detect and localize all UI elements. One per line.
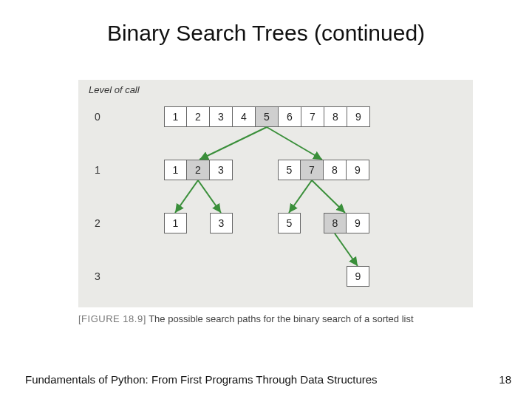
- cell-mid: 7: [301, 160, 324, 180]
- cell: 9: [347, 213, 369, 233]
- cell: 3: [210, 106, 233, 127]
- cell: 6: [279, 106, 301, 127]
- row-label: 0: [95, 111, 100, 123]
- svg-line-3: [198, 180, 221, 213]
- cell-mid: 2: [187, 160, 210, 180]
- cell-group: 5 7 8 9: [278, 160, 369, 180]
- cell: 1: [164, 160, 187, 180]
- figure-caption: [FIGURE 18.9] The possible search paths …: [78, 313, 414, 324]
- cell-group: 1 2 3: [164, 160, 233, 180]
- footer-text: Fundamentals of Python: From First Progr…: [25, 373, 378, 386]
- page-number: 18: [499, 373, 511, 386]
- cell: 3: [210, 160, 233, 180]
- slide: Binary Search Trees (continued) Level of…: [0, 0, 532, 399]
- svg-line-2: [175, 180, 198, 213]
- cell: 2: [187, 106, 210, 127]
- row-label: 3: [95, 270, 100, 282]
- cell: 3: [210, 213, 233, 233]
- row-label: 2: [95, 217, 100, 229]
- cell-group: 9: [347, 266, 369, 287]
- cell: 4: [233, 106, 256, 127]
- row-label: 1: [95, 164, 100, 176]
- cell-group: 5: [278, 213, 301, 233]
- figure-caption-text: The possible search paths for the binary…: [149, 313, 413, 324]
- slide-title: Binary Search Trees (continued): [0, 21, 532, 46]
- cell: 5: [278, 213, 301, 233]
- level-label: Level of call: [89, 84, 140, 95]
- cell-group: 8 9: [324, 213, 369, 233]
- figure-label: [FIGURE 18.9]: [78, 313, 146, 324]
- svg-line-0: [200, 127, 267, 160]
- svg-line-4: [289, 180, 312, 213]
- cell-group: 1 2 3 4 5 6 7 8 9: [164, 106, 370, 127]
- svg-line-6: [335, 233, 358, 266]
- cell: 7: [301, 106, 324, 127]
- cell-mid: 8: [324, 213, 347, 233]
- figure-box: Level of call 0 1 2 3 4 5 6 7 8 9 1 1 2 …: [78, 80, 473, 307]
- cell: 1: [164, 213, 187, 233]
- cell-mid: 5: [256, 106, 279, 127]
- cell: 8: [324, 106, 347, 127]
- cell-group: 1: [164, 213, 187, 233]
- cell: 9: [347, 266, 369, 287]
- svg-line-5: [312, 180, 345, 213]
- cell: 9: [347, 106, 370, 127]
- cell: 9: [347, 160, 369, 180]
- cell-group: 3: [210, 213, 233, 233]
- cell: 1: [164, 106, 187, 127]
- cell: 5: [278, 160, 301, 180]
- svg-line-1: [267, 127, 322, 160]
- cell: 8: [324, 160, 347, 180]
